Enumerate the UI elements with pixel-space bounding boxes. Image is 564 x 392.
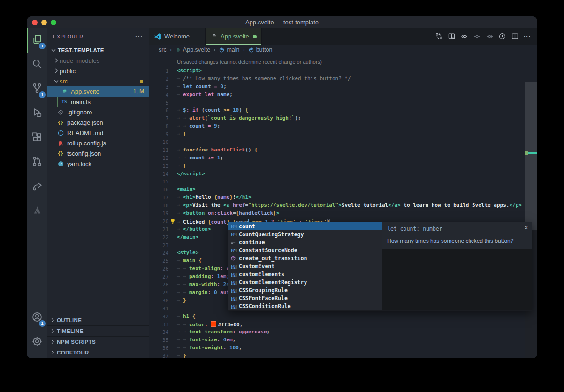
desktop: App.svelte — test-template 11 1 EXPLORER… — [0, 0, 564, 392]
breadcrumb-item-main[interactable]: main — [219, 46, 239, 53]
editor-scrollbar[interactable] — [525, 82, 537, 358]
activity-bar-item-explorer[interactable]: 1 — [27, 28, 47, 53]
previous-change-icon[interactable] — [473, 32, 481, 41]
activity-bar-item-extensions[interactable] — [27, 126, 47, 150]
code-line-7[interactable]: 7→→alert(`count is dangerously high!`); — [149, 114, 537, 122]
code-line-19[interactable]: 19→<button on:click={handleClick}> — [149, 210, 537, 218]
activity-bar-item-run-debug[interactable] — [27, 101, 47, 126]
code-line-5[interactable]: 5 — [149, 99, 537, 107]
split-editor-icon[interactable] — [511, 32, 519, 41]
code-line-2[interactable]: 2→/** How many times has someone clicked… — [149, 75, 537, 83]
tree-item-public[interactable]: public — [47, 66, 149, 76]
activity-bar-item-accounts[interactable]: 1 — [27, 306, 47, 330]
code-editor[interactable]: Unsaved changes (cannot determine recent… — [149, 55, 537, 358]
sidebar-section-npm-scripts[interactable]: NPM SCRIPTS — [47, 336, 149, 347]
code-line-18[interactable]: 18→<p>Visit the <a href="https://svelte.… — [149, 202, 537, 210]
breadcrumb-item-button[interactable]: button — [248, 46, 273, 53]
code-line-15[interactable]: 15 — [149, 178, 537, 186]
sidebar-more-actions-icon[interactable]: ··· — [135, 33, 143, 40]
suggestion-list: [@]count[@]CountQueuingStrategycontinue[… — [228, 222, 382, 311]
tree-item-readme-md[interactable]: README.md — [47, 128, 149, 138]
tab-welcome[interactable]: Welcome — [149, 28, 206, 45]
filelines-file-icon — [61, 88, 68, 95]
title-bar[interactable]: App.svelte — test-template — [27, 16, 537, 28]
tab-app-svelte[interactable]: App.svelte — [206, 28, 262, 45]
code-line-13[interactable]: 13→} — [149, 162, 537, 170]
line-number: 30 — [149, 297, 168, 305]
suggestion-create_out_transition[interactable]: create_out_transition — [228, 254, 382, 262]
code-line-8[interactable]: 8→→count = 9; — [149, 122, 537, 130]
more-actions-icon[interactable]: ··· — [523, 32, 532, 41]
tree-item-node-modules[interactable]: node_modules — [47, 55, 149, 66]
color-swatch[interactable] — [211, 321, 216, 327]
tree-item-app-svelte[interactable]: App.svelte1, M — [47, 86, 149, 97]
line-number: 26 — [149, 265, 168, 273]
code-line-34[interactable]: 34→→text-transform: uppercase; — [149, 328, 537, 336]
open-preview-icon[interactable] — [447, 32, 456, 41]
close-icon[interactable]: × — [524, 224, 528, 231]
line-number: 3 — [149, 83, 168, 91]
code-line-10[interactable]: 10 — [149, 138, 537, 146]
activity-bar-item-settings[interactable] — [27, 330, 47, 354]
code-line-17[interactable]: 17→<h1>Hello {name}!</h1> — [149, 194, 537, 202]
code-line-33[interactable]: 33→→color: #ff3e00; — [149, 321, 537, 329]
code-line-11[interactable]: 11→function handleClick() { — [149, 146, 537, 154]
code-line-32[interactable]: 32→h1 { — [149, 313, 537, 321]
code-line-16[interactable]: 16<main> — [149, 186, 537, 194]
code-line-14[interactable]: 14</script> — [149, 170, 537, 178]
next-change-icon[interactable] — [485, 32, 494, 41]
code-line-4[interactable]: 4→export let name; — [149, 91, 537, 99]
suggestion-customevent[interactable]: [@]CustomEvent — [228, 262, 382, 270]
code-line-35[interactable]: 35→→font-size: 4em; — [149, 336, 537, 344]
file-history-icon[interactable] — [498, 32, 506, 41]
code-line-6[interactable]: 6→$: if (count >= 10) { — [149, 106, 537, 114]
scrollbar-thumb[interactable] — [525, 82, 537, 230]
tree-item-rollup-config-js[interactable]: rollup.config.js — [47, 138, 149, 148]
symbol-icon — [248, 47, 254, 53]
tree-item-main-ts[interactable]: TSmain.ts — [47, 97, 149, 107]
code-line-12[interactable]: 12→→count += 1; — [149, 154, 537, 162]
line-number: 27 — [149, 273, 168, 281]
activity-bar-item-azure[interactable] — [27, 199, 47, 223]
tree-item-tsconfig-json[interactable]: {}tsconfig.json — [47, 148, 149, 158]
activity-bar-item-source-control[interactable]: 1 — [27, 77, 47, 101]
activity-bar-item-search[interactable] — [27, 53, 47, 77]
breadcrumb-item-app-svelte[interactable]: App.svelte — [175, 46, 210, 53]
breadcrumb-item-src[interactable]: src — [159, 46, 167, 53]
sidebar-section-timeline[interactable]: TIMELINE — [47, 325, 149, 336]
suggestion-cssconditionrule[interactable]: [@]CSSConditionRule — [228, 302, 382, 310]
suggestion-continue[interactable]: continue — [228, 238, 382, 246]
tree-item--gitignore[interactable]: .gitignore — [47, 107, 149, 117]
suggestion-constantsourcenode[interactable]: [@]ConstantSourceNode — [228, 246, 382, 254]
tree-item-package-json[interactable]: {}package.json — [47, 117, 149, 128]
tree-item-label: App.svelte — [71, 88, 99, 95]
project-root-row[interactable]: TEST-TEMPLATE — [47, 45, 149, 55]
suggestion-cssfontfacerule[interactable]: [@]CSSFontFaceRule — [228, 294, 382, 302]
suggestion-customelements[interactable]: [@]customElements — [228, 271, 382, 279]
suggestion-cssgroupingrule[interactable]: [@]CSSGroupingRule — [228, 286, 382, 294]
line-number: 4 — [149, 91, 168, 99]
activity-bar-item-pull-requests[interactable] — [27, 150, 47, 174]
lightbulb-icon[interactable] — [169, 218, 176, 225]
code-line-37[interactable]: 37→} — [149, 352, 537, 358]
suggestion-keyword-icon — [230, 240, 239, 245]
git-compare-icon[interactable] — [434, 32, 443, 41]
sidebar-section-outline[interactable]: OUTLINE — [47, 315, 149, 325]
codelens-annotation[interactable]: Unsaved changes (cannot determine recent… — [149, 55, 537, 67]
tree-item-src[interactable]: src — [47, 76, 149, 86]
tree-item-yarn-lock[interactable]: yarn.lock — [47, 158, 149, 169]
code-line-3[interactable]: 3→let count = 0; — [149, 83, 537, 91]
activity-bar-item-live-share[interactable] — [27, 174, 47, 199]
sidebar-section-codetour[interactable]: CODETOUR — [47, 347, 149, 358]
code-line-36[interactable]: 36→→font-weight: 100; — [149, 344, 537, 352]
code-line-1[interactable]: 1<script> — [149, 67, 537, 75]
suggestion-count[interactable]: [@]count — [228, 222, 382, 230]
code-line-9[interactable]: 9→} — [149, 130, 537, 138]
tree-item-label: src — [60, 78, 68, 85]
info-file-icon — [57, 129, 64, 136]
suggestion-countqueuingstrategy[interactable]: [@]CountQueuingStrategy — [228, 230, 382, 238]
suggestion-customelementregistry[interactable]: [@]CustomElementRegistry — [228, 279, 382, 286]
open-changes-icon[interactable] — [460, 32, 468, 41]
line-number: 34 — [149, 328, 168, 336]
breadcrumb[interactable]: src›App.svelte›main›button — [149, 45, 537, 55]
